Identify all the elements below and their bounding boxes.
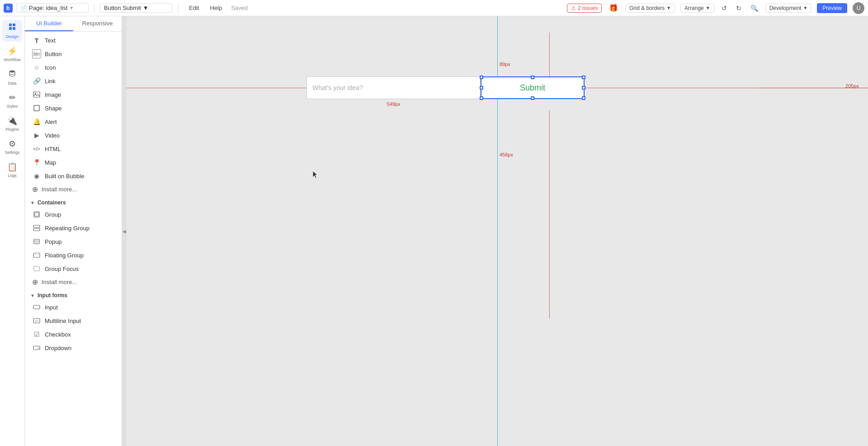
redo-icon[interactable]: ↻ xyxy=(734,3,743,14)
page-icon: 📄 xyxy=(20,5,27,11)
page-chevron-icon: ▼ xyxy=(69,5,74,10)
svg-rect-1 xyxy=(13,24,15,26)
groupfocus-element-icon xyxy=(32,264,41,273)
elements-list: T Text btn Button ☆ Icon 🔗 xyxy=(25,32,122,356)
element-chevron-icon: ▼ xyxy=(143,5,149,11)
inputforms-section-header[interactable]: ▼ Input forms xyxy=(25,289,122,300)
handle-middle-right[interactable] xyxy=(582,86,585,90)
element-item-shape[interactable]: Shape xyxy=(25,101,122,115)
page-selector[interactable]: 📄 Page: idea_list ▼ xyxy=(16,3,89,13)
svg-rect-2 xyxy=(9,27,12,30)
install-more-2[interactable]: ⊕ Install more... xyxy=(25,275,122,289)
meas-top: 89px xyxy=(500,62,510,67)
topbar: b 📄 Page: idea_list ▼ Button Submit ▼ Ed… xyxy=(0,0,868,16)
rail-item-styles[interactable]: ✏ Styles xyxy=(2,90,22,111)
element-item-button[interactable]: btn Button xyxy=(25,47,122,61)
element-item-alert[interactable]: 🔔 Alert xyxy=(25,115,122,128)
rail-item-workflow[interactable]: ⚡ Workflow xyxy=(2,43,22,65)
element-item-video[interactable]: ▶ Video xyxy=(25,128,122,142)
alert-element-icon: 🔔 xyxy=(32,117,41,126)
cursor xyxy=(312,170,319,181)
rail-item-design[interactable]: Design xyxy=(2,20,22,42)
preview-button[interactable]: Preview xyxy=(817,3,847,13)
sidebar-tabs: UI Builder Responsive xyxy=(25,16,122,32)
handle-top-right[interactable] xyxy=(582,76,585,79)
gift-icon[interactable]: 🎁 xyxy=(607,2,620,14)
inputforms-arrow-icon: ▼ xyxy=(30,293,35,298)
element-item-input[interactable]: Input xyxy=(25,300,122,314)
tab-responsive[interactable]: Responsive xyxy=(73,16,122,31)
dropdown-element-label: Dropdown xyxy=(45,345,71,351)
dev-chevron-icon: ▼ xyxy=(803,5,807,10)
rail-item-logs[interactable]: 📋 Logs xyxy=(2,159,22,180)
element-item-builtonbubble[interactable]: ◉ Built on Bubble xyxy=(25,169,122,183)
vline-bottom xyxy=(549,110,550,318)
settings-label: Settings xyxy=(5,150,20,155)
element-item-html[interactable]: </> HTML xyxy=(25,142,122,156)
development-button[interactable]: Development ▼ xyxy=(765,4,812,13)
topbar-actions: Edit Help Saved xyxy=(187,4,248,12)
floatinggroup-element-label: Floating Group xyxy=(45,252,84,259)
element-item-repeatinggroup[interactable]: Repeating Group xyxy=(25,221,122,235)
button-element-icon: btn xyxy=(32,49,41,58)
svg-rect-10 xyxy=(33,225,40,228)
workflow-label: Workflow xyxy=(4,57,21,62)
containers-arrow-icon: ▼ xyxy=(30,200,35,205)
svg-rect-11 xyxy=(33,228,40,231)
button-element-label: Button xyxy=(45,51,62,57)
search-icon[interactable]: 🔍 xyxy=(749,3,760,14)
workflow-icon: ⚡ xyxy=(7,46,17,56)
logs-icon: 📋 xyxy=(7,162,17,172)
help-action[interactable]: Help xyxy=(208,4,224,12)
input-element-icon xyxy=(32,303,41,312)
tab-ui-builder[interactable]: UI Builder xyxy=(25,16,73,31)
text-element-icon: T xyxy=(32,36,41,45)
element-item-floatinggroup[interactable]: Floating Group xyxy=(25,248,122,262)
element-item-link[interactable]: 🔗 Link xyxy=(25,74,122,88)
repeatinggroup-element-icon xyxy=(32,223,41,232)
element-item-image[interactable]: Image xyxy=(25,88,122,101)
handle-top-middle[interactable] xyxy=(531,76,534,79)
element-item-groupfocus[interactable]: Group Focus xyxy=(25,262,122,275)
install-more-1[interactable]: ⊕ Install more... xyxy=(25,183,122,196)
element-item-group[interactable]: Group xyxy=(25,208,122,221)
rail-item-data[interactable]: Data xyxy=(2,66,22,88)
sidebar-collapse-handle[interactable]: ◀ xyxy=(122,16,127,446)
handle-top-left[interactable] xyxy=(480,76,483,79)
video-element-icon: ▶ xyxy=(32,131,41,140)
containers-section-header[interactable]: ▼ Containers xyxy=(25,196,122,208)
element-item-icon[interactable]: ☆ Icon xyxy=(25,61,122,74)
edit-action[interactable]: Edit xyxy=(187,4,201,12)
canvas-area[interactable]: 89px 205px 456px What's your idea? 549px… xyxy=(127,16,868,446)
issues-badge[interactable]: ⚠ 2 issues xyxy=(567,4,602,13)
svg-point-6 xyxy=(35,93,36,94)
element-item-checkbox[interactable]: ☑ Checkbox xyxy=(25,327,122,341)
collapse-icon: ◀ xyxy=(123,229,126,234)
submit-button-box[interactable]: Submit xyxy=(481,76,585,99)
avatar[interactable]: U xyxy=(853,2,864,14)
input-element-label: Input xyxy=(45,304,58,311)
popup-element-label: Popup xyxy=(45,238,62,245)
element-item-multilineinput[interactable]: Multiline Input xyxy=(25,314,122,327)
alert-element-label: Alert xyxy=(45,119,57,125)
grid-borders-button[interactable]: Grid & borders ▼ xyxy=(625,4,675,13)
arrange-button[interactable]: Arrange ▼ xyxy=(680,4,714,13)
install-more-1-icon: ⊕ xyxy=(32,185,38,194)
form-input-box[interactable]: What's your idea? 549px xyxy=(307,76,481,99)
element-item-map[interactable]: 📍 Map xyxy=(25,156,122,169)
element-item-popup[interactable]: Popup xyxy=(25,235,122,248)
handle-bottom-middle[interactable] xyxy=(531,96,534,100)
rail-item-settings[interactable]: ⚙ Settings xyxy=(2,136,22,157)
element-item-text[interactable]: T Text xyxy=(25,33,122,47)
plugins-label: Plugins xyxy=(5,127,19,132)
element-selector[interactable]: Button Submit ▼ xyxy=(100,3,172,13)
handle-bottom-left[interactable] xyxy=(480,96,483,100)
handle-middle-left[interactable] xyxy=(480,86,483,90)
element-item-dropdown[interactable]: Dropdown xyxy=(25,341,122,355)
handle-bottom-right[interactable] xyxy=(582,96,585,100)
input-width-label: 549px xyxy=(387,101,401,107)
sidebar-panel-wrapper: UI Builder Responsive T Text btn Button xyxy=(25,16,122,446)
undo-icon[interactable]: ↺ xyxy=(720,3,729,14)
input-placeholder-text: What's your idea? xyxy=(312,84,363,91)
rail-item-plugins[interactable]: 🔌 Plugins xyxy=(2,113,22,134)
